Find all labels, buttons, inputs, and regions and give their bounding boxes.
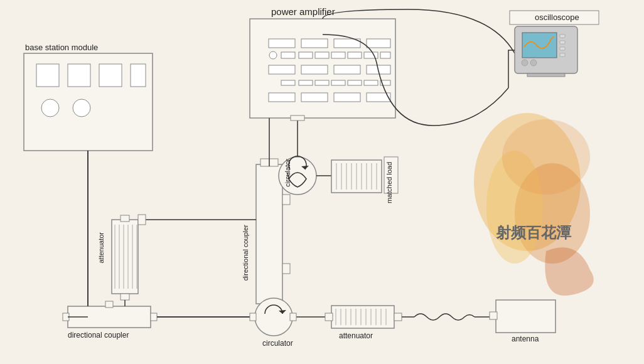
svg-rect-40	[105, 301, 113, 308]
svg-rect-13	[380, 52, 390, 58]
svg-rect-14	[269, 65, 295, 74]
svg-rect-2	[269, 39, 295, 48]
svg-rect-41	[112, 220, 138, 294]
svg-rect-3	[301, 39, 328, 48]
svg-rect-5	[367, 39, 390, 48]
svg-rect-19	[299, 80, 313, 85]
svg-rect-88	[394, 313, 402, 321]
svg-rect-107	[522, 33, 557, 58]
svg-point-69	[255, 298, 292, 336]
oscilloscope-label: oscilloscope	[535, 13, 579, 22]
svg-rect-111	[560, 53, 565, 56]
svg-rect-20	[315, 80, 329, 85]
svg-rect-114	[527, 73, 565, 77]
svg-rect-54	[282, 264, 290, 274]
chinese-text-label: 射频百花潭	[496, 223, 571, 243]
svg-rect-53	[282, 195, 290, 205]
svg-rect-21	[331, 80, 345, 85]
power-amplifier-label: power amplifier	[271, 6, 335, 17]
svg-rect-96	[138, 215, 146, 225]
svg-rect-12	[364, 52, 378, 58]
svg-rect-16	[334, 65, 360, 74]
svg-rect-33	[131, 64, 146, 87]
svg-rect-27	[334, 93, 360, 102]
svg-rect-74	[290, 313, 296, 321]
svg-rect-109	[560, 41, 565, 44]
svg-rect-91	[496, 300, 555, 333]
svg-rect-22	[348, 80, 362, 85]
svg-rect-94	[291, 115, 304, 120]
base-station-module-label: base station module	[25, 43, 98, 52]
svg-rect-15	[301, 65, 328, 74]
attenuator-bottom-label: attenuator	[339, 331, 373, 340]
svg-rect-39	[151, 313, 157, 321]
attenuator-left-label: attenuator	[97, 232, 105, 264]
circulator-top-label: circulator	[284, 159, 291, 187]
svg-point-105	[502, 119, 590, 195]
matched-load-label: matched load	[385, 162, 393, 203]
svg-rect-7	[281, 52, 295, 58]
svg-rect-11	[348, 52, 362, 58]
svg-rect-23	[364, 80, 378, 85]
circulator-bottom-label: circulator	[262, 339, 293, 348]
svg-rect-92	[490, 312, 497, 319]
svg-rect-31	[68, 64, 90, 87]
svg-rect-8	[299, 52, 313, 58]
svg-rect-72	[250, 313, 256, 321]
antenna-label: antenna	[512, 335, 539, 343]
svg-rect-10	[331, 52, 345, 58]
directional-coupler-bottom-label: directional coupler	[68, 331, 129, 340]
svg-rect-50	[256, 164, 282, 304]
svg-rect-26	[301, 93, 328, 102]
svg-rect-25	[269, 93, 295, 102]
svg-rect-18	[281, 80, 295, 85]
svg-point-113	[530, 60, 537, 66]
svg-rect-9	[315, 52, 329, 58]
svg-rect-87	[325, 313, 333, 321]
svg-rect-49	[121, 294, 129, 300]
svg-rect-30	[36, 64, 59, 87]
diagram-container: power amplifier base station module dire…	[0, 0, 644, 364]
svg-point-112	[522, 60, 528, 66]
svg-point-35	[73, 99, 90, 117]
directional-coupler-vertical-label: directional coupler	[242, 225, 249, 281]
svg-rect-32	[99, 64, 122, 87]
svg-rect-48	[121, 215, 129, 222]
svg-rect-110	[560, 47, 565, 50]
svg-rect-108	[560, 35, 565, 38]
svg-point-6	[269, 51, 277, 59]
connection-lines	[0, 0, 644, 364]
svg-point-34	[41, 99, 59, 117]
